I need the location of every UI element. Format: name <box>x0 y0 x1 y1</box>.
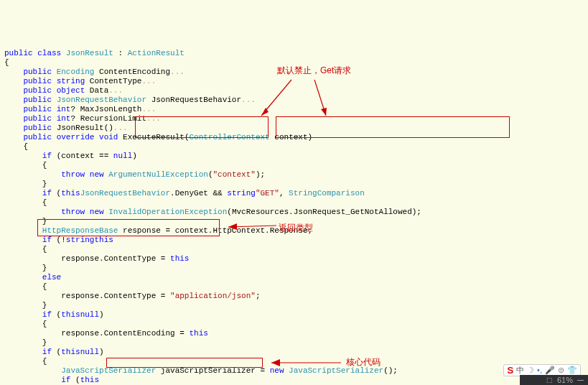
arrow-1a <box>256 76 299 119</box>
annotation-returntype: 返回类型 <box>279 223 313 233</box>
square-icon: ⬚ <box>546 376 553 385</box>
skin-icon[interactable]: 👕 <box>567 366 577 375</box>
status-bar: ⬚ 61% — <box>520 375 588 385</box>
dash-icon: — <box>577 376 584 385</box>
ime-lang[interactable]: 中 <box>516 366 524 375</box>
annotation-core: 核心代码 <box>346 358 381 367</box>
moon-icon[interactable]: ☽ <box>527 366 534 375</box>
punct-icon[interactable]: •, <box>537 366 542 375</box>
zoom-percent: 61% <box>557 376 573 385</box>
arrow-3 <box>266 356 345 368</box>
annotation-denyget: 默认禁止，Get请求 <box>277 66 351 75</box>
svg-marker-7 <box>271 359 280 366</box>
sogou-icon: S <box>507 366 513 375</box>
globe-icon[interactable]: ⊜ <box>558 366 564 375</box>
arrow-2 <box>223 215 280 230</box>
mic-icon[interactable]: 🎤 <box>545 366 555 375</box>
svg-marker-3 <box>321 108 327 116</box>
arrow-1b <box>309 76 337 119</box>
svg-marker-5 <box>228 223 237 230</box>
